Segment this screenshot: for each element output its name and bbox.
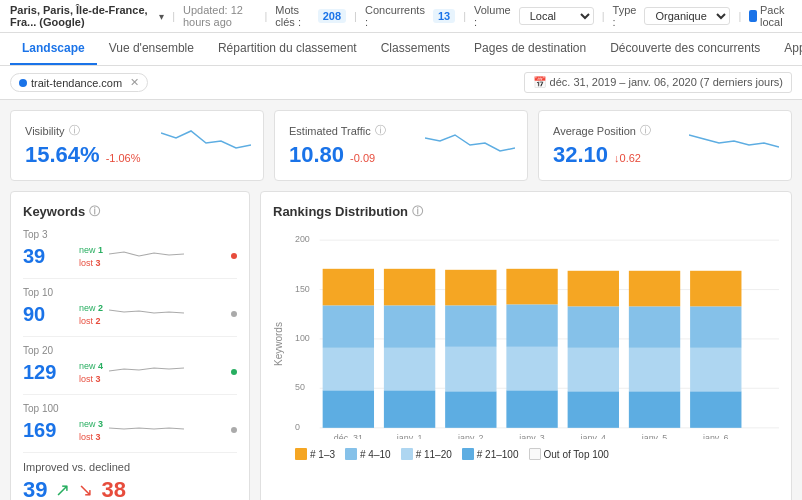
chart-legend: # 1–3 # 4–10 # 11–20 # 21–100 <box>295 448 779 460</box>
estimated-traffic-value: 10.80 <box>289 142 344 168</box>
improved-number: 39 <box>23 477 47 500</box>
declined-number: 38 <box>101 477 125 500</box>
kw-new-top20: new 4 <box>79 361 103 371</box>
visibility-change: -1.06% <box>106 152 141 164</box>
svg-text:janv. 2: janv. 2 <box>457 433 484 439</box>
pack-local-label: Pack local <box>760 4 792 28</box>
kw-sparkline-top3 <box>109 242 225 270</box>
legend-4-10: # 4–10 <box>345 448 391 460</box>
nav-tabs: Landscape Vue d'ensemble Répartition du … <box>0 33 802 66</box>
kw-lost-top3: lost 3 <box>79 258 103 268</box>
location-selector[interactable]: Paris, Paris, Île-de-France, Fra... (Goo… <box>10 4 151 28</box>
kw-dot-top20 <box>231 369 237 375</box>
kw-group-top3: Top 3 39 new 1 lost 3 <box>23 229 237 279</box>
average-position-change: ↓0.62 <box>614 152 641 164</box>
rankings-info-icon[interactable]: ⓘ <box>412 204 423 219</box>
rankings-title: Rankings Distribution ⓘ <box>273 204 779 219</box>
keywords-panel: Keywords ⓘ Top 3 39 new 1 lost 3 <box>10 191 250 500</box>
concurrents-label: Concurrents : <box>365 4 425 28</box>
estimated-traffic-info-icon[interactable]: ⓘ <box>375 123 386 138</box>
mots-cles-label: Mots clés : <box>275 4 309 28</box>
svg-text:janv. 1: janv. 1 <box>396 433 423 439</box>
kw-dot-top100 <box>231 427 237 433</box>
kw-label-top10: Top 10 <box>23 287 237 298</box>
type-label: Type : <box>613 4 637 28</box>
kw-badges-top100: new 3 lost 3 <box>79 419 103 442</box>
pack-local-checkbox[interactable] <box>749 10 757 22</box>
keywords-title: Keywords ⓘ <box>23 204 237 219</box>
svg-rect-19 <box>445 270 496 306</box>
kw-new-top3: new 1 <box>79 245 103 255</box>
svg-rect-27 <box>568 348 619 391</box>
svg-text:janv. 6: janv. 6 <box>702 433 729 439</box>
tab-decouverte[interactable]: Découverte des concurrents <box>598 33 772 65</box>
kw-sparkline-top10 <box>109 300 225 328</box>
estimated-traffic-change: -0.09 <box>350 152 375 164</box>
svg-rect-36 <box>690 391 741 428</box>
tab-classements[interactable]: Classements <box>369 33 462 65</box>
svg-text:50: 50 <box>295 382 305 392</box>
svg-rect-37 <box>690 348 741 391</box>
svg-rect-16 <box>445 391 496 428</box>
kw-label-top3: Top 3 <box>23 229 237 240</box>
rankings-chart: 200 150 100 50 0 <box>295 229 779 439</box>
kw-number-top20: 129 <box>23 361 73 384</box>
chart-svg-area: 200 150 100 50 0 <box>295 229 779 460</box>
svg-rect-28 <box>568 306 619 347</box>
tab-appareils[interactable]: Appareils et lieux <box>772 33 802 65</box>
visibility-sparkline <box>161 123 251 166</box>
chart-area: Keywords 200 150 100 50 0 <box>273 229 779 460</box>
concurrents-count[interactable]: 13 <box>433 9 455 23</box>
improved-row: 39 ↗ ↘ 38 <box>23 477 237 500</box>
site-name: trait-tendance.com <box>31 77 122 89</box>
svg-text:150: 150 <box>295 284 310 294</box>
kw-sparkline-top20 <box>109 358 225 386</box>
tab-vue-ensemble[interactable]: Vue d'ensemble <box>97 33 206 65</box>
volume-dropdown[interactable]: Local National <box>519 7 594 25</box>
legend-out-top100: Out of Top 100 <box>529 448 609 460</box>
kw-lost-top10: lost 2 <box>79 316 103 326</box>
legend-11-20: # 11–20 <box>401 448 452 460</box>
svg-rect-29 <box>568 271 619 307</box>
kw-lost-top100: lost 3 <box>79 432 103 442</box>
kw-number-top10: 90 <box>23 303 73 326</box>
updated-label: Updated: 12 hours ago <box>183 4 256 28</box>
svg-rect-17 <box>445 347 496 391</box>
svg-rect-39 <box>690 271 741 307</box>
svg-text:janv. 3: janv. 3 <box>518 433 545 439</box>
svg-rect-13 <box>384 305 435 347</box>
filter-bar: trait-tendance.com ✕ 📅 déc. 31, 2019 – j… <box>0 66 802 100</box>
keywords-info-icon[interactable]: ⓘ <box>89 204 100 219</box>
average-position-value: 32.10 <box>553 142 608 168</box>
svg-rect-24 <box>506 269 557 305</box>
legend-box-out <box>529 448 541 460</box>
kw-dot-top10 <box>231 311 237 317</box>
kw-badges-top3: new 1 lost 3 <box>79 245 103 268</box>
improved-declined-section: Improved vs. declined 39 ↗ ↘ 38 <box>23 461 237 500</box>
pack-local-toggle[interactable]: Pack local <box>749 4 792 28</box>
svg-text:100: 100 <box>295 333 310 343</box>
filter-left: trait-tendance.com ✕ <box>10 73 148 92</box>
svg-rect-22 <box>506 347 557 390</box>
site-tag[interactable]: trait-tendance.com ✕ <box>10 73 148 92</box>
tab-landscape[interactable]: Landscape <box>10 33 97 65</box>
rankings-panel: Rankings Distribution ⓘ Keywords 200 150… <box>260 191 792 500</box>
tab-pages-destination[interactable]: Pages de destination <box>462 33 598 65</box>
kw-dot-top3 <box>231 253 237 259</box>
site-dot-icon <box>19 79 27 87</box>
dropdown-arrow-icon[interactable]: ▾ <box>159 11 164 22</box>
average-position-info-icon[interactable]: ⓘ <box>640 123 651 138</box>
type-dropdown[interactable]: Organique Payant <box>644 7 730 25</box>
visibility-info-icon[interactable]: ⓘ <box>69 123 80 138</box>
legend-box-4-10 <box>345 448 357 460</box>
kw-number-top100: 169 <box>23 419 73 442</box>
date-range-selector[interactable]: 📅 déc. 31, 2019 – janv. 06, 2020 (7 dern… <box>524 72 792 93</box>
tab-repartition[interactable]: Répartition du classement <box>206 33 369 65</box>
remove-site-button[interactable]: ✕ <box>130 76 139 89</box>
kw-group-top10: Top 10 90 new 2 lost 2 <box>23 287 237 337</box>
mots-cles-count[interactable]: 208 <box>318 9 346 23</box>
bar1-s4 <box>323 390 374 428</box>
legend-box-21-100 <box>462 448 474 460</box>
kw-lost-top20: lost 3 <box>79 374 103 384</box>
kw-badges-top20: new 4 lost 3 <box>79 361 103 384</box>
